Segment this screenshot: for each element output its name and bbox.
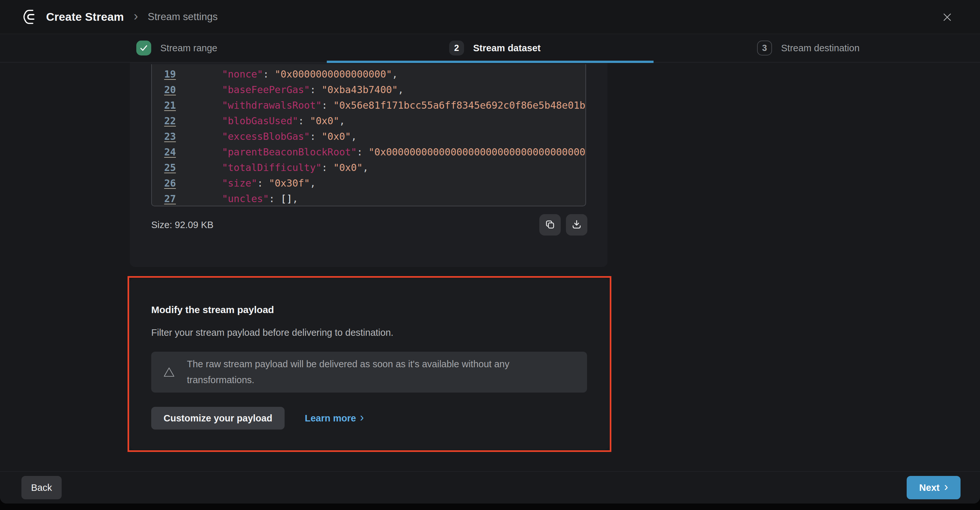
next-button[interactable]: Next › <box>907 476 961 499</box>
code-line: 24"parentBeaconBlockRoot": "0x0000000000… <box>152 144 585 160</box>
page-title: Create Stream <box>46 10 124 23</box>
code-line: 23"excessBlobGas": "0x0", <box>152 129 585 144</box>
step-stream-destination[interactable]: 3 Stream destination <box>757 34 860 62</box>
wizard-footer: Back Next › <box>0 471 980 504</box>
notice-text: The raw stream payload will be delivered… <box>187 356 541 388</box>
payload-actions: Customize your payload Learn more › <box>151 407 588 429</box>
payload-size-row: Size: 92.09 KB <box>151 214 587 236</box>
learn-more-label: Learn more <box>305 413 356 424</box>
dataset-preview-card: 18"mixHash": "0x000000000000000000000000… <box>130 63 608 267</box>
step-label: Stream range <box>160 43 217 54</box>
step-label: Stream dataset <box>473 43 541 54</box>
copy-icon[interactable] <box>539 214 561 235</box>
modify-payload-card: Modify the stream payload Filter your st… <box>130 278 609 450</box>
section-subtitle: Filter your stream payload before delive… <box>151 327 588 338</box>
code-line: 19"nonce": "0x0000000000000000", <box>152 66 585 82</box>
step-stream-dataset[interactable]: 2 Stream dataset <box>449 34 541 62</box>
close-icon[interactable] <box>940 10 955 25</box>
create-stream-modal: Create Stream › Stream settings Stream r… <box>0 0 980 504</box>
download-icon[interactable] <box>566 214 587 235</box>
code-line: 26"size": "0x30f", <box>152 175 585 191</box>
code-line: 21"withdrawalsRoot": "0x56e81f171bcc55a6… <box>152 97 585 113</box>
modal-header: Create Stream › Stream settings <box>0 0 980 34</box>
wizard-stepper: Stream range 2 Stream dataset 3 Stream d… <box>0 34 980 63</box>
back-button[interactable]: Back <box>21 476 62 499</box>
code-line: 22"blobGasUsed": "0x0", <box>152 113 585 129</box>
json-payload-code-viewer[interactable]: 18"mixHash": "0x000000000000000000000000… <box>151 64 586 207</box>
modal-content: 18"mixHash": "0x000000000000000000000000… <box>0 63 980 471</box>
next-button-label: Next <box>919 482 940 493</box>
breadcrumb: Stream settings <box>148 11 217 23</box>
payload-size-label: Size: 92.09 KB <box>151 220 213 230</box>
chevron-right-icon: › <box>944 480 948 494</box>
annotation-highlight-box: Modify the stream payload Filter your st… <box>127 276 611 452</box>
breadcrumb-chevron-icon: › <box>134 9 138 23</box>
step-label: Stream destination <box>781 43 860 54</box>
customize-payload-button[interactable]: Customize your payload <box>151 407 285 429</box>
code-line: 25"totalDifficulty": "0x0", <box>152 160 585 175</box>
code-line: 20"baseFeePerGas": "0xba43b7400", <box>152 82 585 97</box>
code-line: 27"uncles": [], <box>152 191 585 207</box>
step-stream-range[interactable]: Stream range <box>136 34 217 62</box>
step-number-badge: 2 <box>449 41 464 56</box>
active-step-indicator <box>327 61 654 63</box>
streams-logo-icon <box>21 8 38 25</box>
code-actions <box>539 214 587 235</box>
raw-payload-notice: The raw stream payload will be delivered… <box>151 352 587 392</box>
step-number-badge: 3 <box>757 41 772 56</box>
learn-more-link[interactable]: Learn more › <box>305 411 364 425</box>
code-lines: 18"mixHash": "0x000000000000000000000000… <box>152 64 585 207</box>
chevron-right-icon: › <box>360 411 364 424</box>
step-complete-check-icon <box>136 41 151 56</box>
warning-triangle-icon <box>151 367 187 378</box>
section-title: Modify the stream payload <box>151 304 588 315</box>
